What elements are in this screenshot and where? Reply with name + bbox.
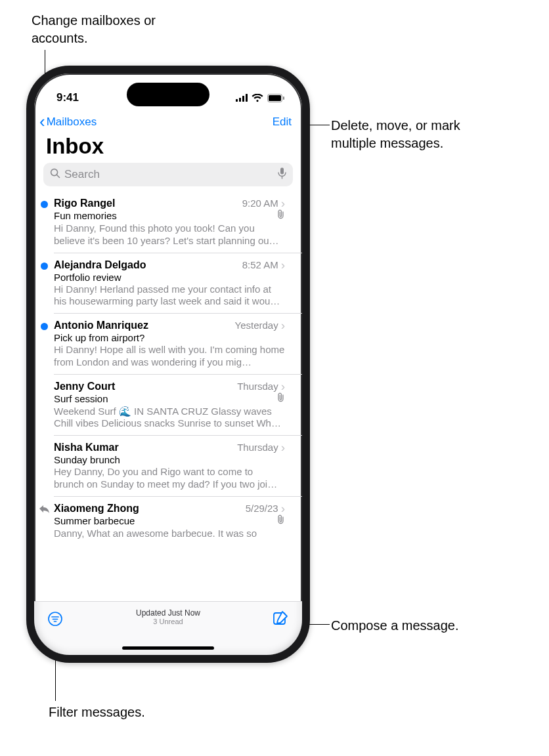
message-preview: Weekend Surf 🌊 IN SANTA CRUZ Glassy wave… — [54, 406, 285, 430]
compose-button[interactable] — [272, 610, 289, 629]
message-subject: Summer barbecue — [54, 515, 135, 526]
message-row[interactable]: Nisha KumarThursday›Sunday brunchHey Dan… — [54, 435, 302, 496]
screen: ‹ Mailboxes Edit Inbox Search Rigo Range… — [34, 110, 302, 655]
chevron-right-icon: › — [281, 259, 285, 271]
callout-compose: Compose a message. — [331, 617, 459, 635]
callout-mailboxes: Change mailboxes or accounts. — [32, 12, 202, 47]
svg-rect-2 — [242, 96, 244, 102]
edit-button[interactable]: Edit — [273, 116, 292, 129]
message-list[interactable]: Rigo Rangel9:20 AM›Fun memoriesHi Danny,… — [34, 192, 302, 601]
svg-rect-0 — [236, 99, 238, 102]
unread-dot-icon — [41, 201, 48, 208]
attachment-icon — [276, 514, 285, 527]
message-row[interactable]: Xiaomeng Zhong5/29/23›Summer barbecueDan… — [54, 496, 302, 545]
unread-dot-icon — [41, 323, 48, 330]
svg-rect-6 — [283, 96, 284, 100]
message-preview: Hey Danny, Do you and Rigo want to come … — [54, 466, 285, 491]
chevron-right-icon: › — [281, 502, 285, 514]
message-time: Thursday — [237, 381, 278, 392]
message-subject: Surf session — [54, 393, 108, 404]
page-title: Inbox — [34, 133, 302, 163]
svg-rect-5 — [269, 95, 281, 101]
sender-name: Nisha Kumar — [54, 442, 119, 453]
sender-name: Rigo Rangel — [54, 198, 115, 209]
sender-name: Antonio Manriquez — [54, 320, 148, 331]
sender-name: Alejandra Delgado — [54, 259, 146, 271]
message-subject: Portfolio review — [54, 272, 121, 283]
callout-filter: Filter messages. — [49, 704, 145, 721]
status-time: 9:41 — [56, 91, 79, 104]
message-subject: Sunday brunch — [54, 454, 120, 465]
cellular-icon — [236, 94, 248, 102]
message-row[interactable]: Antonio ManriquezYesterday›Pick up from … — [54, 313, 302, 374]
search-icon — [50, 168, 60, 181]
message-subject: Fun memories — [54, 210, 117, 221]
message-time: Yesterday — [235, 320, 278, 331]
message-preview: Hi Danny! Herland passed me your contact… — [54, 284, 285, 308]
unread-count: 3 Unread — [34, 618, 302, 626]
chevron-right-icon: › — [281, 319, 285, 331]
home-indicator[interactable] — [122, 646, 214, 650]
dictate-icon[interactable] — [278, 167, 286, 182]
wifi-icon — [252, 94, 263, 102]
sender-name: Xiaomeng Zhong — [54, 503, 139, 514]
filter-button[interactable] — [47, 611, 63, 629]
svg-rect-3 — [246, 94, 248, 102]
message-preview: Hi Danny! Hope all is well with you. I'm… — [54, 344, 285, 369]
mailboxes-back-button[interactable]: ‹ Mailboxes — [39, 114, 97, 130]
svg-rect-9 — [280, 168, 284, 175]
chevron-right-icon: › — [281, 380, 285, 392]
search-field[interactable]: Search — [43, 163, 293, 186]
message-time: 8:52 AM — [242, 259, 278, 270]
nav-bar: ‹ Mailboxes Edit — [34, 110, 302, 133]
battery-icon — [267, 94, 285, 102]
callout-edit: Delete, move, or mark multiple messages. — [331, 117, 502, 152]
message-time: Thursday — [237, 442, 278, 453]
chevron-right-icon: › — [281, 197, 285, 209]
phone-frame: 9:41 ‹ Mailboxes Edit Inbox — [26, 66, 310, 663]
search-placeholder: Search — [64, 168, 274, 181]
chevron-right-icon: › — [281, 441, 285, 453]
message-time: 5/29/23 — [246, 503, 278, 514]
message-row[interactable]: Alejandra Delgado8:52 AM›Portfolio revie… — [54, 253, 302, 314]
replied-icon — [39, 505, 49, 516]
message-row[interactable]: Jenny CourtThursday›Surf sessionWeekend … — [54, 374, 302, 436]
sender-name: Jenny Court — [54, 381, 115, 392]
dynamic-island — [127, 83, 209, 106]
svg-rect-1 — [239, 98, 241, 102]
updated-status: Updated Just Now — [34, 608, 302, 618]
svg-line-8 — [57, 175, 60, 178]
back-label: Mailboxes — [47, 116, 97, 129]
message-preview: Danny, What an awesome barbecue. It was … — [54, 528, 285, 540]
message-time: 9:20 AM — [242, 198, 278, 209]
message-row[interactable]: Rigo Rangel9:20 AM›Fun memoriesHi Danny,… — [54, 192, 302, 253]
chevron-left-icon: ‹ — [39, 113, 45, 130]
message-preview: Hi Danny, Found this photo you took! Can… — [54, 222, 285, 247]
message-subject: Pick up from airport? — [54, 332, 144, 343]
toolbar: Updated Just Now 3 Unread — [34, 601, 302, 655]
unread-dot-icon — [41, 262, 48, 270]
attachment-icon — [276, 209, 285, 222]
attachment-icon — [276, 392, 285, 405]
